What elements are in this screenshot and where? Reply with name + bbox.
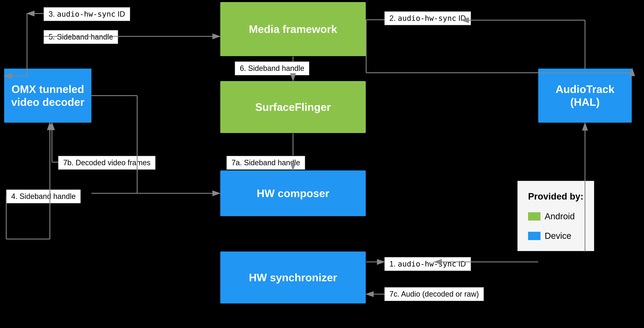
legend-title: Provided by: — [528, 187, 584, 206]
label-1: 1. audio-hw-sync ID — [384, 257, 471, 271]
label-6-text: 6. Sideband handle — [240, 64, 304, 72]
legend-swatch-device — [528, 232, 540, 240]
audio-track-label: AudioTrack (HAL) — [556, 83, 614, 109]
label-1-text: 1. audio-hw-sync ID — [390, 260, 466, 268]
hw-composer-block: HW composer — [220, 170, 366, 216]
label-3: 3. audio-hw-sync ID — [44, 7, 130, 21]
label-7a: 7a. Sideband handle — [226, 156, 305, 170]
hw-sync-label: HW synchronizer — [249, 271, 337, 284]
legend-item-android: Android — [528, 208, 584, 225]
omx-decoder-label: OMX tunneled video decoder — [11, 83, 84, 109]
label-7c: 7c. Audio (decoded or raw) — [384, 287, 484, 301]
audio-track-block: AudioTrack (HAL) — [538, 68, 632, 123]
label-6: 6. Sideband handle — [235, 62, 309, 75]
label-4: 4. Sideband handle — [6, 190, 81, 203]
label-5: 5. Sideband handle — [44, 30, 118, 44]
label-7a-text: 7a. Sideband handle — [232, 158, 300, 167]
label-3-text: 3. audio-hw-sync ID — [49, 10, 125, 18]
legend-label-device: Device — [545, 227, 571, 245]
media-framework-label: Media framework — [249, 23, 337, 36]
label-2-text: 2. audio-hw-sync ID — [390, 14, 466, 22]
legend-swatch-android — [528, 212, 540, 220]
label-5-text: 5. Sideband handle — [49, 33, 113, 41]
legend-label-android: Android — [545, 208, 575, 225]
media-framework-block: Media framework — [220, 2, 366, 56]
hw-composer-label: HW composer — [257, 187, 330, 200]
label-4-text: 4. Sideband handle — [11, 192, 76, 200]
legend-item-device: Device — [528, 227, 584, 245]
label-7c-text: 7c. Audio (decoded or raw) — [390, 290, 479, 298]
legend: Provided by: Android Device — [518, 181, 594, 251]
omx-decoder-block: OMX tunneled video decoder — [4, 68, 92, 123]
surface-flinger-block: SurfaceFlinger — [220, 81, 366, 133]
label-7b-text: 7b. Decoded video frames — [63, 158, 150, 167]
label-7b: 7b. Decoded video frames — [58, 156, 156, 170]
label-2: 2. audio-hw-sync ID — [384, 12, 471, 25]
hw-sync-block: HW synchronizer — [220, 252, 366, 304]
surface-flinger-label: SurfaceFlinger — [255, 100, 331, 114]
